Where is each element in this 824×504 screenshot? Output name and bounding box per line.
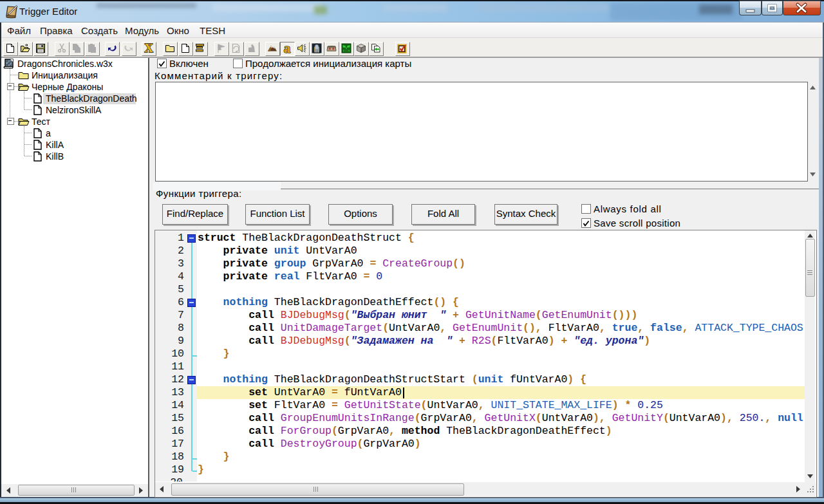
- svg-text:X: X: [144, 42, 153, 54]
- svg-text:a: a: [284, 43, 291, 53]
